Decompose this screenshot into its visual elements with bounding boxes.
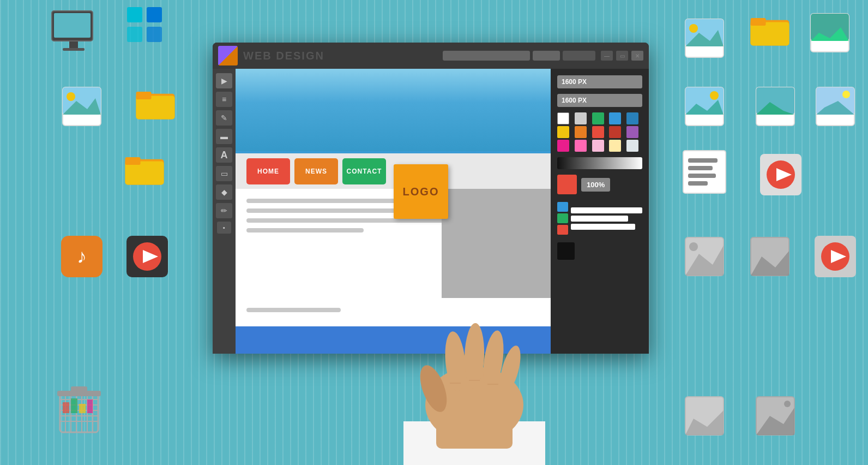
box-tool[interactable]: ▭ [216,166,232,181]
zoom-display[interactable]: 100% [581,178,610,192]
color-orange[interactable] [575,126,587,138]
logo-sticky-note[interactable]: LOGO [394,164,448,219]
image-file-icon-tl [60,85,104,128]
app-body: ▶ ≡ ✎ ▬ A ▭ ◆ ✏ ▪ HOME NEWS CONTACT [213,69,649,354]
content-line-3 [246,218,467,223]
select-tool[interactable]: ▶ [216,73,232,88]
home-nav-button[interactable]: HOME [246,158,290,184]
eraser-tool[interactable]: ✏ [216,203,232,218]
zoom-section: 100% [557,175,642,194]
mini-layout-preview [557,202,642,235]
color-darkblue[interactable] [626,112,638,124]
mini-sq-green [557,213,568,223]
trash-icon [55,383,104,438]
color-yellow[interactable] [557,126,569,138]
svg-point-54 [710,91,719,100]
folder-yellow-tr-icon [748,11,792,49]
svg-point-77 [784,401,791,407]
svg-rect-2 [69,41,78,48]
news-nav-button[interactable]: NEWS [294,158,338,184]
image-file-r2-icon [754,85,797,128]
color-green[interactable] [592,112,604,124]
svg-rect-35 [63,402,69,413]
bottom-line-1 [246,308,341,312]
color-lightpink[interactable] [575,140,587,152]
mini-line-2 [571,216,628,222]
windows-logo-icon [123,3,166,46]
close-button[interactable]: ✕ [631,51,643,61]
image-file-r4-icon [683,235,726,278]
svg-rect-1 [54,13,91,38]
rect-tool[interactable]: ▬ [216,129,232,144]
svg-rect-14 [136,92,152,99]
contact-nav-button[interactable]: CONTACT [342,158,386,184]
youtube-icon-r [759,153,803,196]
svg-rect-37 [79,404,86,413]
image-file-r3-icon [813,85,857,128]
svg-rect-7 [147,27,162,42]
color-blue[interactable] [609,112,621,124]
svg-rect-36 [71,398,77,413]
app-logo [218,46,238,65]
color-verylight-pink[interactable] [592,140,604,152]
svg-point-80 [425,367,523,443]
maximize-button[interactable]: ▭ [616,51,628,61]
mini-color-squares [557,202,568,235]
color-darkred[interactable] [609,126,621,138]
svg-rect-79 [403,421,545,465]
mini-content-lines [571,202,642,235]
dark-color-swatch[interactable] [557,242,575,260]
svg-point-61 [842,91,850,98]
color-lightgray[interactable] [575,112,587,124]
dimension-height: 1600 PX [557,94,642,107]
monitor-desktop-icon [44,5,104,65]
mini-line-1 [571,207,642,213]
image-file-tr2-icon [808,11,852,55]
toolbar: ▶ ≡ ✎ ▬ A ▭ ◆ ✏ ▪ [213,69,236,354]
svg-point-11 [67,92,75,101]
color-pink[interactable] [557,140,569,152]
svg-rect-5 [147,7,162,22]
text-tool[interactable]: A [216,147,232,163]
color-purple[interactable] [626,126,638,138]
svg-rect-6 [127,27,142,42]
app-titlebar: WEB DESIGN — ▭ ✕ [213,43,649,69]
svg-rect-38 [87,400,93,413]
svg-rect-4 [127,7,142,22]
mini-sq-blue [557,202,568,212]
svg-rect-47 [751,18,766,26]
svg-point-67 [689,242,698,251]
web-nav: HOME NEWS CONTACT [236,153,551,189]
diamond-tool[interactable]: ◆ [216,184,232,200]
svg-point-82 [415,362,452,415]
right-panel: 1600 PX 1600 PX [551,69,649,354]
image-file-rb2-icon [754,394,797,438]
fill-tool[interactable]: ▪ [217,222,231,234]
music-app-icon: ♪ [60,235,104,278]
color-red[interactable] [592,126,604,138]
color-lightyellow[interactable] [609,140,621,152]
folder-yellow-tl-icon [134,85,177,123]
color-verylightgray[interactable] [626,140,638,152]
color-palette [557,112,642,152]
pen-tool[interactable]: ✎ [216,110,232,126]
dimension-width: 1600 PX [557,75,642,88]
list-tool[interactable]: ≡ [216,92,232,107]
mini-sq-red [557,225,568,235]
app-title: WEB DESIGN [243,50,437,62]
svg-rect-3 [63,48,85,51]
minimize-button[interactable]: — [601,51,613,61]
canvas-area: HOME NEWS CONTACT LOGO [236,69,551,354]
color-white[interactable] [557,112,569,124]
primary-color-swatch[interactable] [557,175,577,194]
folder-yellow-lm-icon [123,150,166,188]
mini-line-3 [571,224,635,230]
svg-point-78 [403,421,545,465]
image-file-rb1-icon [683,394,726,438]
youtube-icon-r2 [813,235,857,278]
web-header [236,69,551,153]
svg-rect-40 [71,386,87,393]
image-file-r5-icon [748,235,792,278]
svg-rect-81 [436,405,513,449]
svg-rect-17 [125,157,141,165]
